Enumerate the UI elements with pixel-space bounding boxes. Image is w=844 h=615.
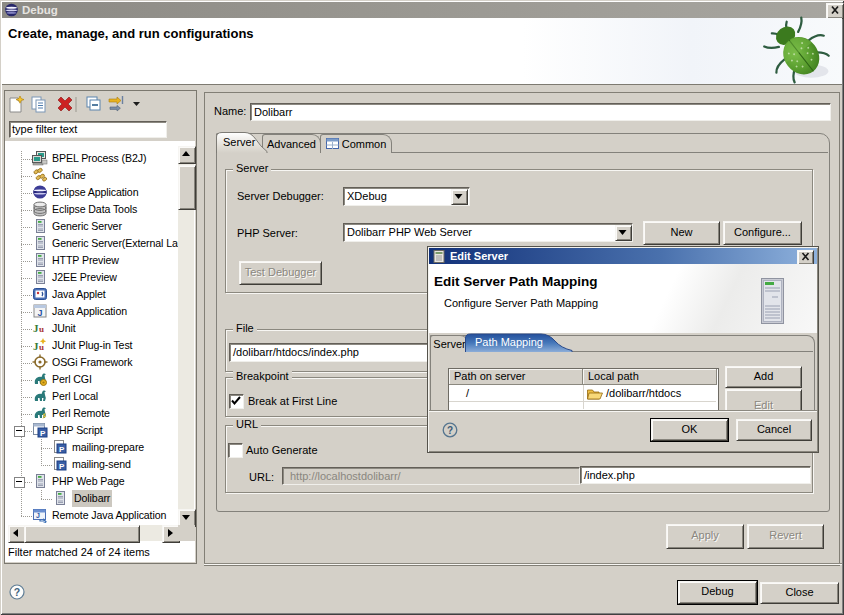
svg-text:J: J xyxy=(38,308,43,318)
svg-text:J: J xyxy=(36,512,40,519)
svg-text:P: P xyxy=(40,429,46,438)
svg-text:P: P xyxy=(59,445,65,454)
svg-text:u: u xyxy=(39,324,44,334)
svg-text:?: ? xyxy=(447,425,453,436)
svg-text:?: ? xyxy=(14,586,20,598)
svg-text:P: P xyxy=(59,462,65,471)
